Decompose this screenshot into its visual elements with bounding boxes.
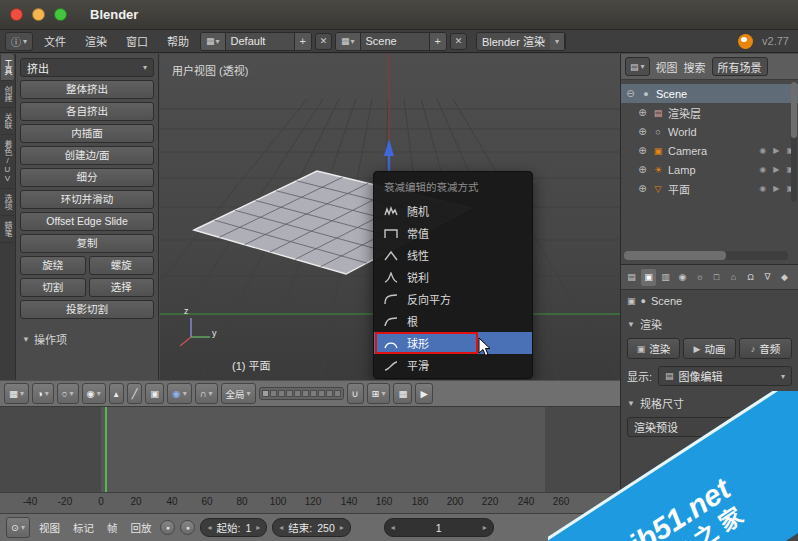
select-mode-face-button[interactable]: ▣ (145, 383, 164, 404)
menu-item-sharp[interactable]: 锐利 (374, 266, 532, 288)
outliner-h-scrollbar[interactable] (624, 251, 788, 260)
subdivide-button[interactable]: 细分 (20, 168, 154, 187)
editor-type-button[interactable]: ▦ ▾ (4, 383, 29, 404)
preview-range-button[interactable]: ● (160, 520, 175, 535)
lock-range-button[interactable]: ● (180, 520, 195, 535)
eye-icon[interactable]: ◉ (759, 146, 766, 155)
menu-item-constant[interactable]: 常值 (374, 222, 532, 244)
tree-row-camera[interactable]: ⊕ ▣ Camera ◉ ▶ ▣ (621, 141, 798, 160)
scene-add-button[interactable]: + (429, 33, 446, 50)
increment-icon[interactable]: ▸ (483, 523, 487, 532)
tab-render-layers-icon[interactable]: ▥ (658, 269, 673, 286)
loopcut-slide-button[interactable]: 环切并滑动 (20, 190, 154, 209)
tab-options[interactable]: 选项 (1, 189, 14, 216)
selectable-icon[interactable]: ▶ (773, 146, 779, 155)
tab-relations[interactable]: 关联 (1, 108, 14, 135)
tab-shading-uv[interactable]: 着色/UV (1, 135, 14, 189)
offset-edge-slide-button[interactable]: Offset Edge Slide (20, 212, 154, 231)
menu-item-sphere[interactable]: 球形 (374, 332, 532, 354)
screen-layout-add-button[interactable]: + (294, 33, 311, 50)
tree-row-plane[interactable]: ⊕ ▽ 平面 ◉ ▶ ▣ (621, 179, 798, 198)
menu-item-linear[interactable]: 线性 (374, 244, 532, 266)
decrement-icon[interactable]: ◂ (279, 523, 283, 532)
timeline-editor-type-button[interactable]: ⊙ ▾ (6, 517, 30, 538)
tree-row-world[interactable]: ⊕ ○ World (621, 122, 798, 141)
expand-icon[interactable]: ⊕ (637, 107, 648, 118)
increment-icon[interactable]: ▸ (340, 523, 344, 532)
select-button[interactable]: 选择 (89, 278, 155, 297)
snap-element-dropdown[interactable]: ⊞ ▾ (367, 383, 391, 404)
screen-layout-name[interactable]: Default (226, 33, 294, 50)
transform-orientation-dropdown[interactable]: 全局 ▾ (221, 383, 256, 404)
viewport-shading-dropdown[interactable]: ○ ▾ (57, 383, 79, 404)
info-menu-button[interactable]: ⓘ ▾ (5, 32, 33, 51)
selectable-icon[interactable]: ▶ (773, 165, 779, 174)
menu-render[interactable]: 渲染 (77, 31, 115, 51)
tree-row-render-layers[interactable]: ⊕ ▤ 渲染层 (621, 103, 798, 122)
menu-file[interactable]: 文件 (36, 31, 74, 51)
eye-icon[interactable]: ◉ (759, 184, 766, 193)
scene-browse-button[interactable]: ▦ ▾ (336, 33, 361, 50)
current-frame-field[interactable]: ◂ 1 ▸ (384, 518, 494, 537)
falloff-dropdown-button[interactable]: ∩ ▾ (195, 383, 218, 404)
timeline-menu-playback[interactable]: 回放 (126, 520, 155, 535)
frame-end-field[interactable]: ◂ 结束: 250 ▸ (272, 518, 350, 537)
scene-name[interactable]: Scene (361, 33, 429, 50)
maximize-button[interactable] (54, 8, 67, 21)
outliner-view-menu[interactable]: 视图 (656, 59, 678, 75)
viewport-3d[interactable]: 用户视图 (透视) (1) 平面 z y 衰减编辑的衰减方式 随机 常值 线性 (160, 54, 620, 380)
close-button[interactable] (10, 8, 23, 21)
expand-icon[interactable]: ⊕ (637, 183, 648, 194)
extrude-section-header[interactable]: 挤出 ▾ (20, 58, 154, 77)
selectable-icon[interactable]: ▶ (773, 184, 779, 193)
decrement-icon[interactable]: ◂ (207, 523, 211, 532)
expand-icon[interactable]: ⊕ (637, 145, 648, 156)
timeline-menu-marker[interactable]: 标记 (69, 520, 98, 535)
inset-faces-button[interactable]: 内插面 (20, 124, 154, 143)
menu-item-inverse-square[interactable]: 反向平方 (374, 288, 532, 310)
spin-button[interactable]: 旋绕 (20, 256, 86, 275)
tab-grease-pencil[interactable]: 蜡笔 (1, 216, 14, 243)
tab-tools[interactable]: 工具 (1, 54, 14, 81)
snap-toggle-button[interactable]: ∪ (347, 383, 364, 404)
display-mode-dropdown[interactable]: ▤ 图像编辑 ▾ (658, 366, 792, 386)
render-animation-button[interactable]: ▶ 动画 (683, 338, 736, 359)
tab-modifiers-icon[interactable]: Ω (743, 269, 758, 286)
tab-render-icon[interactable]: ▣ (641, 269, 656, 286)
frame-start-field[interactable]: ◂ 起始: 1 ▸ (200, 518, 267, 537)
render-section-header[interactable]: ▼ 渲染 (621, 312, 798, 336)
tree-row-lamp[interactable]: ⊕ ☀ Lamp ◉ ▶ ▣ (621, 160, 798, 179)
menu-item-root[interactable]: 根 (374, 310, 532, 332)
extrude-individual-button[interactable]: 各自挤出 (20, 102, 154, 121)
outliner-editor-type-button[interactable]: ▤ ▾ (625, 57, 650, 76)
screw-button[interactable]: 螺旋 (89, 256, 155, 275)
timeline-menu-frame[interactable]: 帧 (103, 520, 122, 535)
outliner-search-menu[interactable]: 搜索 (684, 59, 706, 75)
menu-window[interactable]: 窗口 (118, 31, 156, 51)
screen-layout-browse-button[interactable]: ▦ ▾ (201, 33, 226, 50)
tree-row-scene[interactable]: ⊖ ● Scene (621, 84, 798, 103)
timeline-menu-view[interactable]: 视图 (35, 520, 64, 535)
select-mode-edge-button[interactable]: ╱ (127, 383, 143, 404)
render-button[interactable]: ▣ 渲染 (627, 338, 680, 359)
tab-material-icon[interactable]: ◆ (777, 269, 792, 286)
outliner-scrollbar[interactable] (791, 82, 797, 202)
collapse-icon[interactable]: ⊖ (625, 88, 636, 99)
extrude-region-button[interactable]: 整体挤出 (20, 80, 154, 99)
scene-delete-button[interactable]: ✕ (450, 33, 467, 50)
tab-scene-icon[interactable]: ◉ (675, 269, 690, 286)
properties-editor-type-icon[interactable]: ▤ (624, 269, 639, 286)
render-audio-button[interactable]: ♪ 音频 (739, 338, 792, 359)
breadcrumb-scene[interactable]: Scene (651, 295, 682, 307)
select-mode-vertex-button[interactable]: ▴ (109, 383, 124, 404)
expand-icon[interactable]: ⊕ (637, 164, 648, 175)
decrement-icon[interactable]: ◂ (391, 523, 395, 532)
proportional-edit-button[interactable]: ◉ ▾ (167, 383, 191, 404)
expand-icon[interactable]: ⊕ (637, 126, 648, 137)
tab-object-icon[interactable]: □ (709, 269, 724, 286)
tab-constraints-icon[interactable]: ⌂ (726, 269, 741, 286)
opengl-render-anim-button[interactable]: ▶ (415, 383, 432, 404)
operator-panel-header[interactable]: ▼ 操作项 (20, 331, 154, 347)
screen-layout-delete-button[interactable]: ✕ (315, 33, 332, 50)
tab-create[interactable]: 创建 (1, 81, 14, 108)
